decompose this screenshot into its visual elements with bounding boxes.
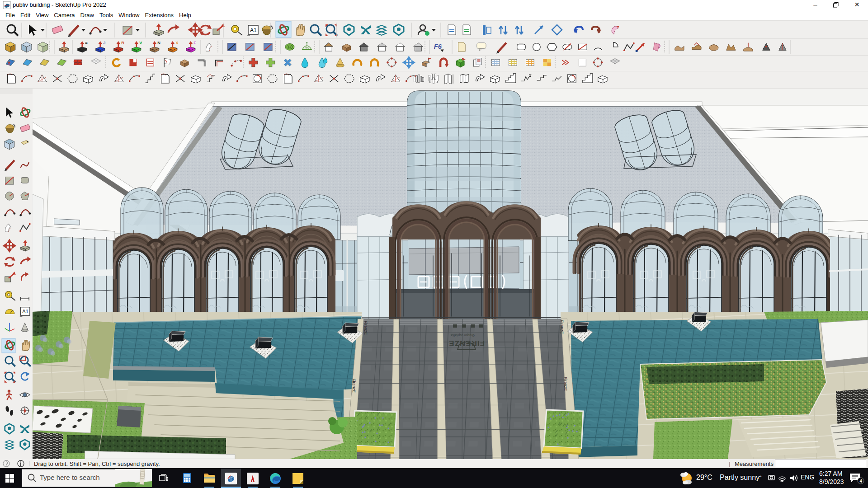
svg-text:V: V bbox=[139, 41, 142, 45]
svg-text:F6: F6 bbox=[434, 43, 442, 50]
svg-text:N: N bbox=[157, 41, 160, 45]
svg-text:FirenzE: FirenzE bbox=[563, 377, 568, 391]
svg-text:FirenzE: FirenzE bbox=[352, 379, 356, 393]
svg-text:A1: A1 bbox=[250, 27, 257, 33]
svg-text:Gruppo ospitalita: Gruppo ospitalita bbox=[451, 333, 475, 337]
svg-text:FirenzE: FirenzE bbox=[560, 320, 564, 334]
svg-text:R: R bbox=[121, 41, 124, 45]
svg-text:A1: A1 bbox=[22, 309, 28, 314]
svg-text:#: # bbox=[8, 61, 10, 66]
svg-text:FIRENZE: FIRENZE bbox=[448, 339, 485, 347]
svg-text:=: = bbox=[85, 41, 87, 45]
svg-text:4: 4 bbox=[860, 479, 863, 483]
svg-text:F: F bbox=[193, 41, 196, 45]
svg-text:FirenzE: FirenzE bbox=[363, 321, 368, 335]
svg-text:X: X bbox=[175, 41, 179, 45]
svg-text:J: J bbox=[103, 41, 105, 45]
